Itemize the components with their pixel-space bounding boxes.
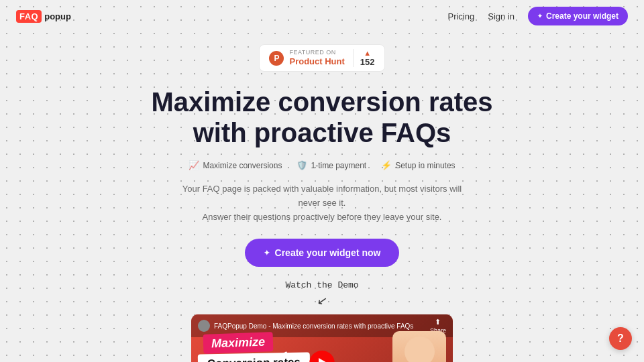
hero-headline: Maximize conversion rates with proactive… <box>151 86 492 148</box>
payment-icon: 🛡️ <box>297 160 307 170</box>
pill-payment-label: 1-time payment <box>311 161 366 170</box>
video-text-maximize: Maximize <box>203 333 274 355</box>
video-title-text: FAQPopup Demo - Maximize conversion rate… <box>214 322 413 330</box>
watch-demo-text: Watch the Demo <box>285 280 358 290</box>
share-icon: ⬆ <box>435 318 441 326</box>
demo-arrow-icon: ↙ <box>316 294 328 307</box>
maximize-icon: 📈 <box>189 160 199 170</box>
help-button[interactable]: ? <box>609 327 632 350</box>
featured-label: FEATURED ON <box>289 49 335 56</box>
product-hunt-logo: P <box>269 51 284 66</box>
product-hunt-badge[interactable]: P FEATURED ON Product Hunt ▲ 152 <box>259 44 384 72</box>
upvote-count: 152 <box>360 57 375 67</box>
main-content: P FEATURED ON Product Hunt ▲ 152 Maximiz… <box>0 32 644 362</box>
hero-cta-button[interactable]: Create your widget now <box>245 239 400 267</box>
feature-pills: 📈 Maximize conversions 🛡️ 1-time payment… <box>189 160 455 170</box>
demo-video[interactable]: FAQPopup Demo - Maximize conversion rate… <box>191 314 453 362</box>
nav-cta-button[interactable]: Create your widget <box>528 7 628 25</box>
pill-setup-label: Setup in minutes <box>395 161 455 170</box>
upvote-arrow-icon: ▲ <box>364 49 371 57</box>
person-head <box>405 337 435 362</box>
nav-right: Pricing Sign in Create your widget <box>447 7 628 25</box>
logo[interactable]: FAQ popup <box>16 10 71 23</box>
video-title-left: FAQPopup Demo - Maximize conversion rate… <box>198 320 413 332</box>
navbar: FAQ popup Pricing Sign in Create your wi… <box>0 0 644 32</box>
product-hunt-text: FEATURED ON Product Hunt <box>289 49 344 66</box>
pill-maximize: 📈 Maximize conversions <box>189 160 282 170</box>
watch-demo-section: Watch the Demo ↙ <box>285 280 358 306</box>
pill-maximize-label: Maximize conversions <box>203 161 282 170</box>
pill-setup: ⚡ Setup in minutes <box>381 160 455 170</box>
play-triangle-icon <box>319 358 328 362</box>
signin-link[interactable]: Sign in <box>488 11 515 21</box>
logo-popup-text: popup <box>44 11 71 21</box>
hero-subtext: Your FAQ page is packed with valuable in… <box>181 182 463 224</box>
product-hunt-score: ▲ 152 <box>353 49 375 67</box>
pill-payment: 🛡️ 1-time payment <box>297 160 366 170</box>
logo-faq-text: FAQ <box>16 10 42 23</box>
video-channel-avatar <box>198 320 210 332</box>
pricing-link[interactable]: Pricing <box>447 11 474 21</box>
product-hunt-name: Product Hunt <box>289 56 344 67</box>
video-person <box>392 331 446 362</box>
setup-icon: ⚡ <box>381 160 392 170</box>
